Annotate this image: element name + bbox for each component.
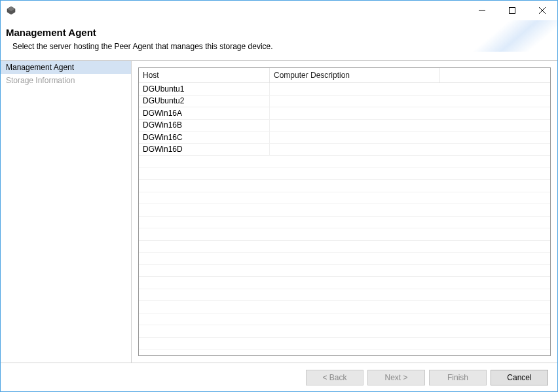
cell-host: DGWin16C xyxy=(139,132,270,143)
page-subtitle: Select the server hosting the Peer Agent… xyxy=(6,42,548,51)
window-controls xyxy=(467,1,557,20)
table-row-empty xyxy=(139,253,550,265)
finish-button: Finish xyxy=(429,370,487,385)
maximize-button[interactable] xyxy=(497,1,527,20)
table-row[interactable]: DGWin16A xyxy=(139,107,550,120)
table-row-empty xyxy=(139,289,550,302)
table-row-empty xyxy=(139,180,550,192)
table-row-empty xyxy=(139,217,550,229)
cell-host: DGWin16D xyxy=(139,143,270,155)
cancel-button[interactable]: Cancel xyxy=(491,370,548,385)
wizard-footer: < Back Next > Finish Cancel xyxy=(1,363,557,392)
table-row-empty xyxy=(139,192,550,205)
svg-rect-3 xyxy=(510,8,515,14)
cell-host: DGWin16A xyxy=(139,107,270,119)
table-row-empty xyxy=(139,338,550,350)
app-icon xyxy=(6,5,16,16)
table-row-empty xyxy=(139,265,550,277)
table-header: Host Computer Description xyxy=(139,68,550,83)
column-header-description[interactable]: Computer Description xyxy=(270,68,440,82)
table-row[interactable]: DGUbuntu2 xyxy=(139,96,550,108)
cell-host: DGUbuntu2 xyxy=(139,95,270,107)
table-row[interactable]: DGWin16D xyxy=(139,144,550,156)
wizard-header: Management Agent Select the server hosti… xyxy=(1,20,557,60)
table-row-empty xyxy=(139,241,550,253)
content-area: Management Agent Storage Information Hos… xyxy=(1,60,557,363)
table-row[interactable]: DGWin16B xyxy=(139,120,550,132)
hosts-table: Host Computer Description DGUbuntu1DGUbu… xyxy=(138,67,551,356)
table-row-empty xyxy=(139,168,550,181)
column-header-extra[interactable] xyxy=(440,68,550,82)
table-row[interactable]: DGWin16C xyxy=(139,132,550,144)
table-row-empty xyxy=(139,204,550,217)
nav-item-storage-information: Storage Information xyxy=(1,74,131,87)
nav-item-management-agent[interactable]: Management Agent xyxy=(1,61,131,74)
table-row-empty xyxy=(139,228,550,241)
table-row-empty xyxy=(139,277,550,289)
titlebar xyxy=(1,1,557,20)
next-button: Next > xyxy=(367,370,425,385)
table-row-empty xyxy=(139,156,550,168)
minimize-button[interactable] xyxy=(467,1,497,20)
close-button[interactable] xyxy=(527,1,557,20)
main-panel: Host Computer Description DGUbuntu1DGUbu… xyxy=(132,61,557,363)
page-title: Management Agent xyxy=(6,27,548,38)
table-row-empty xyxy=(139,325,550,338)
back-button: < Back xyxy=(306,370,363,385)
column-header-host[interactable]: Host xyxy=(139,68,270,82)
cell-host: DGWin16B xyxy=(139,119,270,131)
table-body: DGUbuntu1DGUbuntu2DGWin16ADGWin16BDGWin1… xyxy=(139,83,550,355)
table-row[interactable]: DGUbuntu1 xyxy=(139,83,550,96)
cell-host: DGUbuntu1 xyxy=(139,83,270,95)
titlebar-left xyxy=(6,5,16,16)
table-row-empty xyxy=(139,349,550,355)
table-row-empty xyxy=(139,301,550,313)
table-row-empty xyxy=(139,313,550,326)
wizard-nav: Management Agent Storage Information xyxy=(1,61,132,363)
